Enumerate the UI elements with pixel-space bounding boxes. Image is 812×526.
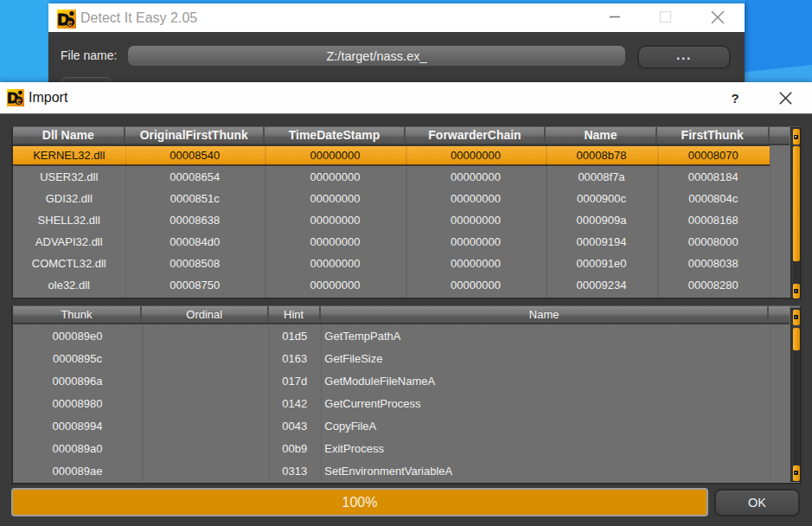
svg-text:e: e — [67, 17, 73, 28]
svg-text:e: e — [16, 96, 22, 106]
